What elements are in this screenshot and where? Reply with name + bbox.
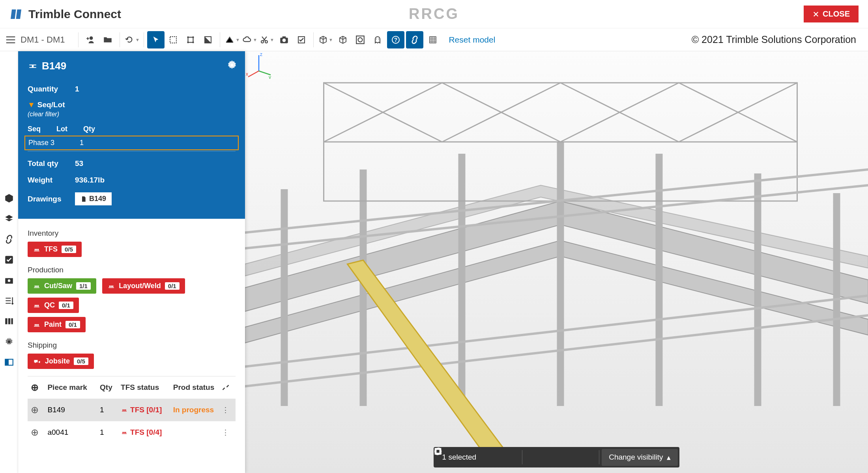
svg-rect-12 — [282, 36, 286, 38]
watermark-text: RRCG — [409, 6, 459, 22]
transform-button[interactable] — [182, 31, 199, 48]
more-icon[interactable]: ⋮ — [222, 428, 232, 437]
jobsite-count: 0/5 — [74, 358, 88, 365]
add-user-button[interactable] — [82, 31, 99, 48]
camera-icon[interactable] — [4, 275, 14, 285]
cube2-button[interactable] — [334, 31, 352, 48]
seqlot-header[interactable]: ▼Seq/Lot — [28, 101, 236, 109]
help-button[interactable]: ? — [387, 31, 404, 48]
hide-icon[interactable] — [561, 449, 578, 466]
seqlot-label: Seq/Lot — [37, 101, 65, 109]
paint-icon[interactable] — [543, 449, 560, 466]
checkbox-button[interactable] — [293, 31, 310, 48]
paint-chip[interactable]: Paint0/1 — [28, 317, 86, 332]
cutsaw-chip[interactable]: Cut/Saw1/1 — [28, 278, 96, 294]
panel-body: Inventory TFS0/5 Production Cut/Saw1/1 L… — [18, 219, 245, 473]
tools-icon[interactable] — [222, 384, 232, 391]
layers-button[interactable] — [352, 31, 369, 48]
link-button[interactable] — [406, 31, 423, 48]
change-visibility-dropdown[interactable]: Change visibility▴ — [602, 449, 678, 466]
table-row[interactable]: ⊕ B149 1 TFS [0/1] In progress ⋮ — [28, 399, 236, 421]
svg-point-0 — [90, 36, 93, 40]
check-icon[interactable] — [4, 255, 14, 265]
properties-panel: B149 Quantity1 ▼Seq/Lot (clear filter) S… — [18, 51, 245, 473]
seq-table: SeqLotQty Phase 31 — [28, 121, 236, 151]
svg-rect-1 — [170, 37, 176, 43]
paint-label: Paint — [44, 320, 62, 329]
qc-chip[interactable]: QC0/1 — [28, 298, 79, 313]
close-button[interactable]: CLOSE — [804, 6, 859, 22]
cloud-button[interactable]: ▼ — [241, 31, 258, 48]
isolate-icon[interactable] — [579, 449, 597, 466]
filter-icon: ▼ — [28, 101, 35, 109]
svg-text:?: ? — [394, 37, 398, 43]
drawing-chip[interactable]: B149 — [75, 192, 112, 205]
chevron-up-icon: ▴ — [667, 453, 671, 462]
undo-button[interactable]: ▼ — [123, 31, 140, 48]
menu-icon[interactable] — [5, 34, 17, 46]
cut-button[interactable]: ▼ — [258, 31, 275, 48]
svg-point-4 — [193, 36, 194, 38]
reset-model-link[interactable]: Reset model — [449, 35, 495, 45]
tfs-chip[interactable]: TFS0/5 — [28, 242, 82, 257]
info-icon[interactable]: i — [484, 449, 501, 466]
production-label: Production — [28, 266, 236, 274]
expand-icon[interactable]: ⊕ — [31, 427, 47, 438]
expand-icon[interactable]: ⊕ — [31, 404, 47, 415]
separator — [78, 32, 79, 47]
cube-icon[interactable] — [4, 193, 14, 203]
ghost-button[interactable] — [369, 31, 386, 48]
row-tfs: TFS [0/4] — [121, 428, 173, 437]
svg-text:z: z — [260, 52, 262, 57]
inventory-label: Inventory — [28, 229, 236, 238]
selection-toolbar: 1 selected i Change visibility▴ — [434, 447, 680, 467]
main-area: B149 Quantity1 ▼Seq/Lot (clear filter) S… — [0, 51, 868, 473]
rect-select-button[interactable] — [165, 31, 182, 48]
columns-icon[interactable] — [4, 316, 14, 326]
more-icon[interactable]: ⋮ — [222, 406, 232, 415]
camera-button[interactable] — [275, 31, 293, 48]
sequence-icon[interactable] — [4, 296, 14, 306]
doc-icon — [80, 196, 87, 202]
layout-chip[interactable]: Layout/Weld0/1 — [102, 278, 185, 294]
contrast-button[interactable] — [199, 31, 217, 48]
drawing-id: B149 — [89, 195, 106, 203]
seq-row[interactable]: Phase 31 — [24, 136, 239, 150]
pallet-icon — [121, 407, 128, 413]
app-logo: Trimble Connect — [9, 7, 121, 21]
row-prod: In progress — [173, 406, 222, 414]
separator — [599, 450, 599, 464]
cursor-button[interactable] — [147, 31, 165, 48]
cutsaw-label: Cut/Saw — [44, 282, 72, 290]
folder-button[interactable] — [99, 31, 116, 48]
table-row[interactable]: ⊕ a0041 1 TFS [0/4] ⋮ — [28, 421, 236, 443]
gear-icon[interactable] — [227, 60, 237, 70]
qc-label: QC — [44, 301, 55, 309]
pallet-icon — [121, 429, 128, 436]
pallet-icon — [33, 246, 40, 253]
link-icon[interactable] — [502, 449, 520, 466]
jobsite-chip[interactable]: Jobsite0/5 — [28, 354, 94, 369]
drawings-label: Drawings — [28, 195, 75, 203]
3d-viewport[interactable]: 1 selected i Change visibility▴ z y x — [245, 51, 868, 473]
panel-icon[interactable] — [4, 357, 14, 367]
svg-rect-37 — [436, 450, 439, 453]
axis-gizmo[interactable]: z y x — [245, 51, 273, 79]
expand-all-icon[interactable]: ⊕ — [31, 382, 47, 393]
qty-col: Qty — [83, 125, 95, 133]
measure-button[interactable]: ▼ — [223, 31, 241, 48]
svg-point-17 — [378, 39, 379, 39]
quantity-label: Quantity — [28, 85, 75, 93]
settings-icon[interactable] — [4, 337, 14, 347]
clear-filter-link[interactable]: (clear filter) — [28, 111, 236, 118]
svg-text:y: y — [269, 74, 271, 79]
grid-button[interactable] — [424, 31, 441, 48]
fit-icon[interactable] — [525, 449, 542, 466]
pallet-icon — [33, 302, 40, 309]
trimble-logo-icon — [9, 7, 24, 21]
jobsite-label: Jobsite — [45, 357, 70, 365]
layers-icon[interactable] — [4, 214, 14, 224]
cube1-button[interactable]: ▼ — [317, 31, 334, 48]
link-icon[interactable] — [4, 234, 14, 244]
lot-col: Lot — [56, 125, 67, 133]
